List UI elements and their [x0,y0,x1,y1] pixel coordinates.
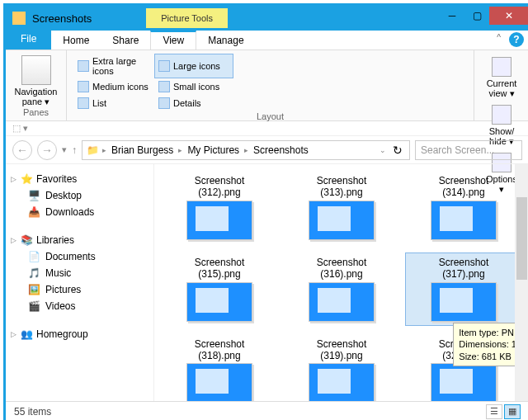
file-tab[interactable]: File [6,31,51,50]
layout-option[interactable]: Details [154,95,233,111]
current-view-button[interactable]: Current view ▾ [481,54,522,101]
thumbnail-image [186,282,252,322]
thumbnail-image [186,363,252,401]
layout-icon [158,97,170,109]
layout-option[interactable]: Small icons [154,78,233,95]
layout-icon [158,60,170,72]
close-button[interactable]: ✕ [489,7,528,25]
maximize-button[interactable]: ▢ [464,7,489,25]
file-thumbnail[interactable]: Screenshot(312).png [161,171,278,244]
address-bar-row: ← → ▾ ↑ 📁 ▸ Brian Burgess▸ My Pictures▸ … [6,136,528,164]
explorer-window: Screenshots Picture Tools ─ ▢ ✕ File Hom… [3,3,528,420]
pictures-icon: 🖼️ [27,283,40,296]
breadcrumb[interactable]: Brian Burgess [110,144,175,156]
navigation-pane-button[interactable]: Navigation pane ▾ [12,87,59,106]
thumbnail-image [431,282,497,322]
file-name: Screenshot(312).png [195,175,245,199]
folder-icon: 📁 [86,144,99,157]
breadcrumb[interactable]: My Pictures [186,144,241,156]
file-grid: Screenshot(312).pngScreenshot(313).pngSc… [154,164,528,401]
forward-button[interactable]: → [37,140,57,160]
thumbnail-image [309,363,375,401]
file-thumbnail[interactable]: Screenshot(319).png [283,334,400,401]
downloads-icon: 📥 [27,205,40,219]
window-title: Screenshots [32,12,92,25]
refresh-button[interactable]: ↻ [389,144,406,157]
status-bar: 55 items ☰ ▦ [6,401,528,420]
videos-icon: 🎬 [27,300,40,313]
file-thumbnail[interactable]: Screenshot(315).png [161,252,278,326]
search-input[interactable]: Search Screen... [415,140,522,160]
thumbnail-image [309,201,375,240]
sidebar-item-music[interactable]: 🎵Music [11,265,148,281]
thumbnail-image [186,201,252,240]
content-area: ▷⭐Favorites 🖥️Desktop 📥Downloads ▷📚Libra… [6,164,528,401]
homegroup-icon: 👥 [20,328,33,341]
ribbon-group-layout: Extra large iconsLarge iconsMedium icons… [67,50,474,120]
sidebar-libraries[interactable]: ▷📚Libraries [11,232,148,248]
thumbnail-image [431,363,497,401]
picture-tools-label[interactable]: Picture Tools [146,8,228,28]
tab-home[interactable]: Home [51,31,101,50]
folder-icon [12,12,26,25]
scrollbar-thumb[interactable] [516,197,527,280]
titlebar: Screenshots Picture Tools ─ ▢ ✕ [6,6,528,31]
up-button[interactable]: ↑ [72,144,77,156]
sidebar-homegroup[interactable]: ▷👥Homegroup [11,326,148,342]
layout-option[interactable]: Large icons [154,54,233,78]
ribbon: Navigation pane ▾ Panes Extra large icon… [6,50,528,121]
file-thumbnail[interactable]: Screenshot(313).png [283,171,400,244]
current-view-icon [492,57,512,77]
sidebar-item-pictures[interactable]: 🖼️Pictures [11,281,148,298]
layout-icon [78,60,89,72]
thumbnail-image [431,201,497,240]
ribbon-group-panes: Navigation pane ▾ Panes [6,50,67,120]
file-name: Screenshot(314).png [439,175,489,199]
thumbnail-image [309,282,375,322]
documents-icon: 📄 [27,250,40,263]
sidebar-favorites[interactable]: ▷⭐Favorites [11,171,148,187]
back-button[interactable]: ← [12,140,32,160]
layout-option[interactable]: List [73,95,153,111]
file-tooltip: Item type: PNDimensions: 1Size: 681 KB [453,323,522,366]
layout-option[interactable]: Medium icons [73,78,153,95]
collapse-ribbon-icon[interactable]: ^ [492,31,506,50]
file-thumbnail[interactable]: Screenshot(314).png [405,171,522,244]
ribbon-tabs: File Home Share View Manage ^ ? [6,31,528,50]
thumbnails-view-button[interactable]: ▦ [504,404,521,419]
breadcrumb[interactable]: Screenshots [252,144,310,156]
vertical-scrollbar[interactable] [515,164,528,401]
file-thumbnail[interactable]: Screenshot(318).png [161,334,278,401]
file-thumbnail[interactable]: Screenshot(316).png [283,252,400,326]
libraries-icon: 📚 [20,234,33,247]
ribbon-group-options: Current view ▾ Show/ hide ▾ Options ▾ [474,50,528,120]
minimize-button[interactable]: ─ [440,7,464,25]
help-icon[interactable]: ? [509,32,524,47]
recent-dropdown-icon[interactable]: ▾ [62,144,67,155]
sidebar-item-downloads[interactable]: 📥Downloads [11,204,148,220]
file-name: Screenshot(317).png [439,257,489,281]
address-bar[interactable]: 📁 ▸ Brian Burgess▸ My Pictures▸ Screensh… [82,140,410,160]
layout-icon [158,81,170,92]
sidebar-item-documents[interactable]: 📄Documents [11,248,148,265]
music-icon: 🎵 [27,267,40,280]
address-dropdown-icon[interactable]: ⌄ [378,146,388,154]
layout-icon [78,81,89,92]
layout-label: Layout [73,111,467,121]
sidebar-item-videos[interactable]: 🎬Videos [11,298,148,314]
tab-manage[interactable]: Manage [196,31,255,50]
file-thumbnail[interactable]: Screenshot(317).png [405,252,522,326]
layout-option[interactable]: Extra large icons [73,54,153,78]
tab-share[interactable]: Share [101,31,150,50]
item-count: 55 items [14,406,51,418]
navigation-pane-icon[interactable] [21,55,51,85]
file-name: Screenshot(319).png [317,338,367,362]
file-name: Screenshot(316).png [317,257,367,281]
navigation-sidebar: ▷⭐Favorites 🖥️Desktop 📥Downloads ▷📚Libra… [6,164,154,401]
file-name: Screenshot(315).png [195,257,245,281]
file-name: Screenshot(313).png [317,175,367,199]
details-view-button[interactable]: ☰ [486,404,502,419]
tab-view[interactable]: View [150,31,196,50]
sidebar-item-desktop[interactable]: 🖥️Desktop [11,187,148,204]
quick-access: ⬚ ▾ [6,121,528,136]
